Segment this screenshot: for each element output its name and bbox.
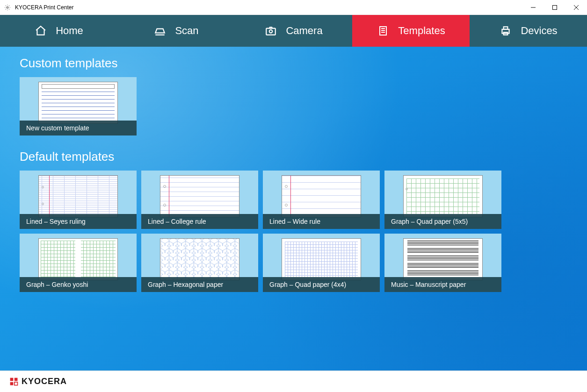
nav-home[interactable]: Home	[0, 15, 117, 47]
nav-camera[interactable]: Camera	[235, 15, 352, 47]
template-seyes[interactable]: Lined – Seyes ruling	[20, 171, 137, 229]
main-content: Custom templates New custom template Def…	[0, 47, 587, 371]
minimize-button[interactable]	[522, 0, 544, 15]
template-hexagonal[interactable]: Graph – Hexagonal paper	[141, 234, 258, 292]
home-icon	[34, 24, 47, 37]
template-preview	[160, 175, 239, 217]
svg-rect-2	[553, 5, 557, 9]
template-music-manuscript[interactable]: Music – Manuscript paper	[384, 234, 501, 292]
svg-point-0	[7, 7, 8, 8]
brand-text: KYOCERA	[22, 377, 67, 386]
footer: KYOCERA	[0, 371, 587, 392]
scanner-icon	[153, 24, 167, 37]
template-preview	[403, 238, 483, 280]
template-preview	[282, 238, 361, 280]
template-label: Graph – Quad paper (4x4)	[263, 277, 380, 292]
template-label: New custom template	[20, 121, 137, 135]
default-templates-heading: Default templates	[20, 150, 567, 164]
template-label: Graph – Genko yoshi	[20, 277, 137, 292]
nav-label: Scan	[175, 25, 198, 37]
template-label: Lined – Wide rule	[263, 214, 380, 229]
kyocera-mark-icon	[9, 377, 19, 386]
svg-point-7	[269, 30, 273, 33]
template-preview	[403, 175, 483, 217]
template-preview	[38, 82, 118, 124]
template-wide-rule[interactable]: Lined – Wide rule	[263, 171, 380, 229]
template-genko-yoshi[interactable]: Graph – Genko yoshi	[20, 234, 137, 292]
titlebar: KYOCERA Print Center	[0, 0, 587, 15]
close-button[interactable]	[565, 0, 587, 15]
custom-templates-grid: New custom template	[20, 77, 567, 135]
template-quad-4x4[interactable]: Graph – Quad paper (4x4)	[263, 234, 380, 292]
navbar: Home Scan Camera Templates Devices	[0, 15, 587, 47]
new-custom-template-card[interactable]: New custom template	[20, 77, 137, 135]
nav-scan[interactable]: Scan	[117, 15, 235, 47]
custom-templates-heading: Custom templates	[20, 56, 567, 71]
template-label: Lined – Seyes ruling	[20, 214, 137, 229]
nav-label: Camera	[286, 25, 322, 37]
maximize-button[interactable]	[544, 0, 565, 15]
template-preview	[282, 175, 361, 217]
template-label: Graph – Hexagonal paper	[141, 277, 258, 292]
nav-devices[interactable]: Devices	[470, 15, 587, 47]
template-preview	[160, 238, 239, 280]
svg-rect-6	[267, 29, 276, 35]
nav-templates[interactable]: Templates	[352, 15, 470, 47]
template-label: Graph – Quad paper (5x5)	[384, 214, 501, 229]
camera-icon	[264, 24, 277, 37]
nav-label: Devices	[521, 25, 557, 37]
template-preview	[38, 238, 118, 280]
template-preview	[38, 175, 118, 217]
templates-icon	[377, 24, 390, 37]
gear-icon	[4, 4, 11, 11]
template-college-rule[interactable]: Lined – College rule	[141, 171, 258, 229]
nav-label: Templates	[398, 25, 445, 37]
svg-rect-21	[10, 382, 14, 385]
window-title: KYOCERA Print Center	[15, 4, 73, 11]
svg-rect-20	[14, 378, 18, 381]
brand-logo: KYOCERA	[9, 377, 67, 386]
default-templates-grid: Lined – Seyes ruling Lined – College rul…	[20, 171, 567, 292]
template-quad-5x5[interactable]: Graph – Quad paper (5x5)	[384, 171, 501, 229]
printer-icon	[499, 24, 512, 37]
svg-rect-18	[161, 239, 239, 280]
svg-rect-19	[10, 378, 14, 381]
svg-rect-22	[14, 382, 18, 385]
template-label: Music – Manuscript paper	[384, 277, 501, 292]
svg-rect-13	[504, 27, 508, 29]
nav-label: Home	[56, 25, 83, 37]
template-label: Lined – College rule	[141, 214, 258, 229]
